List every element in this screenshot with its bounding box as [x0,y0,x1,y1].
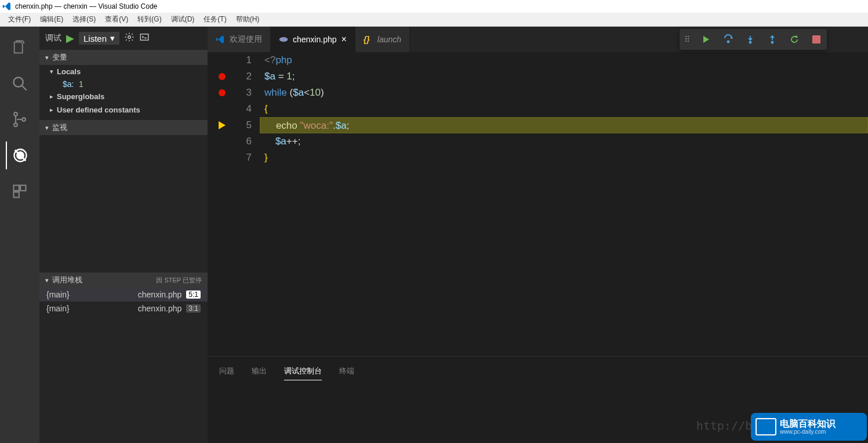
extensions-icon[interactable] [6,177,34,205]
start-debug-button[interactable]: ▶ [66,32,74,45]
line-number: 6 [237,133,260,150]
breakpoint-icon[interactable] [219,89,226,96]
gutter-row[interactable] [208,133,237,150]
callstack-section[interactable]: 调用堆栈 因 STEP 已暂停 [39,273,208,288]
svg-rect-12 [140,34,148,41]
menu-item[interactable]: 帮助(H) [231,13,264,26]
debug-label: 调试 [45,33,61,43]
debug-header: 调试 ▶ Listen ▾ [39,27,208,50]
step-out-button[interactable] [767,34,778,45]
svg-point-16 [772,42,773,43]
locals-section[interactable]: Locals [39,65,208,78]
svg-point-3 [14,123,17,126]
search-icon[interactable] [6,70,34,97]
variables-section[interactable]: 变量 [39,50,208,65]
source-control-icon[interactable] [6,106,34,133]
line-number: 5 [237,117,260,133]
chevron-down-icon [45,54,49,61]
editor-tab[interactable]: chenxin.php× [271,27,355,52]
svg-point-2 [14,112,17,116]
gutter-row[interactable] [208,150,237,166]
debug-console-icon[interactable] [139,32,150,45]
debug-config-select[interactable]: Listen ▾ [79,32,119,45]
menu-item[interactable]: 转到(G) [133,13,166,26]
current-line-arrow-icon [219,121,226,129]
code-line[interactable]: <?php [260,52,868,68]
vscode-icon [2,2,12,11]
line-number: 1 [237,52,260,68]
step-over-button[interactable] [722,34,734,45]
code-line[interactable]: $a = 1; [260,68,868,85]
line-number: 2 [237,68,260,85]
chevron-down-icon: ▾ [110,33,115,43]
variable-row[interactable]: $a: 1 [39,78,208,90]
continue-button[interactable] [700,34,712,45]
json-icon: {} [364,35,373,44]
close-icon[interactable]: × [342,34,347,45]
chevron-down-icon [45,277,49,284]
menu-item[interactable]: 文件(F) [3,13,35,26]
debug-toolbar[interactable]: ⠿ [680,29,827,50]
panel-tab[interactable]: 问题 [219,362,234,380]
chevron-down-icon [50,68,53,75]
svg-point-13 [279,37,288,42]
php-icon [279,35,288,44]
step-into-button[interactable] [744,34,756,45]
chevron-right-icon [50,93,53,100]
menu-item[interactable]: 任务(T) [199,13,231,26]
editor-tab[interactable]: {}launch [355,27,410,52]
gutter-row[interactable] [208,68,237,85]
site-logo-badge: 电脑百科知识 www.pc-daily.com [751,413,867,441]
debug-side-panel: 调试 ▶ Listen ▾ 变量 Locals $a: 1 [39,27,208,443]
panel-tab[interactable]: 调试控制台 [284,362,322,380]
svg-rect-10 [14,192,19,197]
watermark-text: http://b [696,419,752,433]
code-editor[interactable]: 1234567 <?php$a = 1;while ($a<10){ echo … [208,52,868,356]
line-number: 4 [237,101,260,117]
gutter-row[interactable] [208,52,237,68]
restart-button[interactable] [789,34,800,45]
line-number: 7 [237,150,260,166]
activity-bar [0,27,39,443]
code-line[interactable]: $a++; [260,133,868,150]
debug-icon[interactable] [6,141,34,169]
gear-icon[interactable] [124,32,135,45]
panel-tab[interactable]: 输出 [252,362,267,380]
line-number: 3 [237,85,260,101]
superglobals-section[interactable]: Superglobals [39,90,208,103]
code-line[interactable]: } [260,150,868,166]
callstack-row[interactable]: {main}chenxin.php3:1 [39,302,208,315]
monitor-icon [756,418,776,435]
gutter-row[interactable] [208,101,237,117]
svg-point-0 [14,78,23,87]
vs-icon [216,35,225,44]
svg-rect-8 [14,186,19,191]
editor-tab[interactable]: 欢迎使用 [208,27,271,52]
menu-item[interactable]: 选择(S) [68,13,100,26]
callstack-row[interactable]: {main}chenxin.php5:1 [39,288,208,302]
gutter-row[interactable] [208,117,237,133]
code-line[interactable]: echo "woca:".$a; [260,117,868,133]
breakpoint-icon[interactable] [219,73,226,80]
chevron-right-icon [50,106,53,114]
drag-handle-icon[interactable]: ⠿ [684,35,690,44]
code-line[interactable]: while ($a<10) [260,85,868,101]
stop-button[interactable] [811,34,822,45]
window-title: chenxin.php — chenxin — Visual Studio Co… [15,2,157,10]
panel-tab[interactable]: 终端 [339,362,354,380]
svg-point-4 [22,118,26,121]
svg-point-11 [128,36,131,39]
watch-section[interactable]: 监视 [39,120,208,135]
menu-item[interactable]: 编辑(E) [35,13,68,26]
gutter-row[interactable] [208,85,237,101]
chevron-down-icon [45,124,49,132]
code-line[interactable]: { [260,101,868,117]
title-bar: chenxin.php — chenxin — Visual Studio Co… [0,0,868,13]
menu-item[interactable]: 查看(V) [100,13,133,26]
svg-point-14 [728,41,729,43]
user-constants-section[interactable]: User defined constants [39,103,208,117]
editor-area: 欢迎使用chenxin.php×{}launch ⠿ 1234567 <?php… [208,27,868,443]
explorer-icon[interactable] [6,34,34,61]
callstack-status: 因 STEP 已暂停 [156,276,202,285]
menu-item[interactable]: 调试(D) [166,13,199,26]
